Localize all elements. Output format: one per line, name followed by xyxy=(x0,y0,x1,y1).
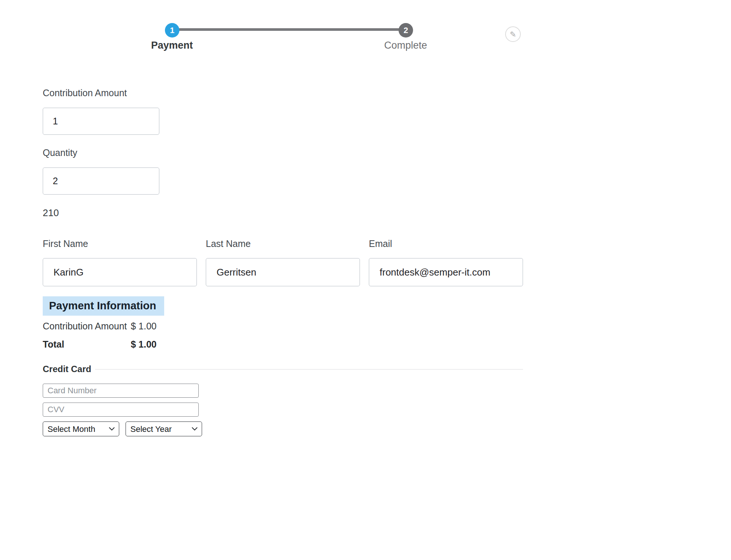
credit-card-legend: Credit Card xyxy=(43,364,523,374)
total-row-label: Total xyxy=(43,339,131,350)
email-field: Email xyxy=(369,238,523,286)
month-select-wrap: Select Month xyxy=(43,421,119,436)
legend-divider xyxy=(95,369,523,369)
contribution-amount-row-value: $ 1.00 xyxy=(131,321,157,332)
step-1-circle: 1 xyxy=(165,23,179,38)
email-label: Email xyxy=(369,238,523,249)
email-input[interactable] xyxy=(369,258,523,286)
contribution-amount-input[interactable] xyxy=(43,108,159,135)
first-name-input[interactable] xyxy=(43,258,197,286)
contribution-amount-label: Contribution Amount xyxy=(43,88,523,98)
credit-card-legend-label: Credit Card xyxy=(43,364,91,374)
stepper-progress-bar xyxy=(172,28,406,31)
payment-page: 1 2 Payment Complete ✎ Contribution Amou… xyxy=(0,0,731,436)
total-row: Total $ 1.00 xyxy=(43,339,523,350)
step-2-label: Complete xyxy=(357,40,454,51)
edit-button[interactable]: ✎ xyxy=(505,26,521,42)
pencil-icon: ✎ xyxy=(510,30,516,38)
last-name-input[interactable] xyxy=(206,258,360,286)
contribution-amount-row: Contribution Amount $ 1.00 xyxy=(43,321,523,332)
stepper: 1 2 Payment Complete ✎ xyxy=(0,0,731,88)
total-row-value: $ 1.00 xyxy=(131,339,157,350)
contact-fields-row: First Name Last Name Email xyxy=(43,238,523,286)
expiry-year-select[interactable]: Select Year xyxy=(126,421,202,436)
contribution-amount-row-label: Contribution Amount xyxy=(43,321,131,332)
step-1-label: Payment xyxy=(124,40,220,51)
last-name-field: Last Name xyxy=(206,238,360,286)
year-select-wrap: Select Year xyxy=(126,421,202,436)
expiry-selects-row: Select Month Select Year xyxy=(43,421,523,436)
card-number-input[interactable] xyxy=(43,384,199,398)
quantity-input[interactable] xyxy=(43,167,159,195)
first-name-label: First Name xyxy=(43,238,197,249)
cvv-input[interactable] xyxy=(43,403,199,417)
last-name-label: Last Name xyxy=(206,238,360,249)
first-name-field: First Name xyxy=(43,238,197,286)
step-2-circle: 2 xyxy=(399,23,413,38)
quantity-label: Quantity xyxy=(43,147,523,158)
computed-amount-text: 210 xyxy=(43,207,523,219)
payment-form: Contribution Amount Quantity 210 First N… xyxy=(0,88,523,436)
expiry-month-select[interactable]: Select Month xyxy=(43,421,119,436)
payment-information-heading: Payment Information xyxy=(43,296,164,316)
